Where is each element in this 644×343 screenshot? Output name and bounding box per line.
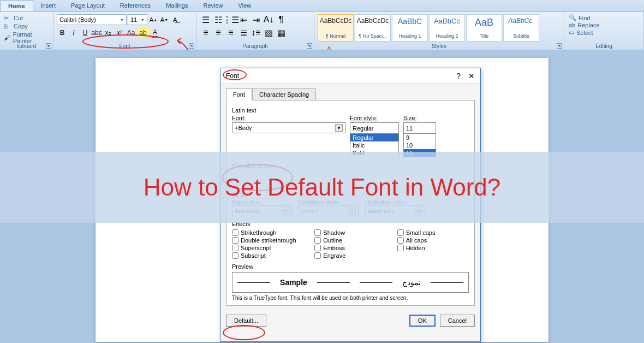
style-item-4[interactable]: AaBTitle [466,14,502,42]
effects-section: Effects StrikethroughShadowSmall capsDou… [232,221,469,259]
ok-button[interactable]: OK [409,315,436,327]
editing-group: 🔍 Find ab Replace ▭ Select Editing [564,12,644,50]
styles-group: AaBbCcDc¶ NormalAaBbCcDc¶ No Spaci...AaB… [314,12,564,50]
effect-hidden[interactable]: Hidden [397,245,469,251]
brush-icon: 🖌 [4,34,11,41]
grow-font-button[interactable]: A▲ [148,14,158,25]
cut-button[interactable]: ✂ Cut [2,14,51,22]
find-button[interactable]: 🔍 Find [569,14,639,21]
strike-button[interactable]: abc [91,27,102,38]
style-item-3[interactable]: AaBbCcHeading 2 [429,14,465,42]
copy-button[interactable]: ⎘ Copy [2,22,51,30]
tab-review[interactable]: Review [195,0,230,11]
clear-formatting-button[interactable]: A͟ [170,14,180,25]
align-center-button[interactable]: ≡ [212,27,224,38]
style-item-5[interactable]: AaBbCc.Subtitle [503,14,539,42]
clipboard-group: ✂ Cut ⎘ Copy 🖌 Format Painter lipboard ⬊ [0,12,53,50]
style-combo[interactable]: Regular [350,122,399,133]
dialog-titlebar: Font ? ✕ [220,68,480,84]
effect-engrave[interactable]: Engrave [314,252,386,259]
help-button[interactable]: ? [456,72,461,80]
decrease-indent-button[interactable]: ⇤ [237,14,249,25]
multilevel-button[interactable]: ⋮☰ [225,14,237,25]
highlight-button[interactable]: ab [137,27,149,38]
preview-label: Preview [232,263,469,270]
close-button[interactable]: ✕ [468,72,475,80]
font-group: Calibri (Body) ▼ 11 ▼ A▲ A▼ A͟ B I U abc… [53,12,196,50]
bold-button[interactable]: B [57,27,68,38]
style-item-0[interactable]: AaBbCcDc¶ Normal [318,14,354,42]
effect-superscript[interactable]: Superscript [232,245,303,251]
find-icon: 🔍 [569,14,576,21]
tab-home[interactable]: Home [0,0,33,11]
ribbon-tabs: Home Insert Page Layout References Maili… [0,0,644,12]
tab-references[interactable]: References [112,0,158,11]
paragraph-group-label: Paragraph [196,43,314,49]
effect-double-strikethrough[interactable]: Double strikethrough [232,237,303,244]
line-spacing-button[interactable]: ↕≡ [250,27,262,38]
preview-line [317,282,350,283]
find-label: Find [579,15,590,21]
bullets-button[interactable]: ☰ [200,14,212,25]
increase-indent-button[interactable]: ⇥ [250,14,262,25]
replace-button[interactable]: ab Replace [569,22,639,28]
styles-launcher[interactable]: ⬊ [557,43,562,49]
justify-button[interactable]: ≣ [237,27,249,38]
size-option-9[interactable]: 9 [404,134,436,141]
styles-group-label: Styles [314,43,564,49]
effect-subscript[interactable]: Subscript [232,252,303,259]
editing-group-label: Editing [564,43,643,49]
copy-icon: ⎘ [4,23,11,29]
effect-strikethrough[interactable]: Strikethrough [232,229,303,236]
align-right-button[interactable]: ≡ [225,27,237,38]
clipboard-launcher[interactable]: ⬊ [46,43,51,49]
font-size-combo[interactable]: 11 ▼ [128,14,147,25]
effect-outline[interactable]: Outline [314,237,386,244]
paragraph-group: ☰ ☷ ⋮☰ ⇤ ⇥ A↓ ¶ ≡ ≡ ≡ ≣ ↕≡ ▧ ▦ Paragraph… [196,12,314,50]
italic-button[interactable]: I [68,27,79,38]
superscript-button[interactable]: x² [114,27,125,38]
effect-small-caps[interactable]: Small caps [397,229,469,236]
preview-box: Sample نموذج [232,272,469,293]
font-field-label: Font: [232,115,345,121]
font-name-combo[interactable]: Calibri (Body) ▼ [57,14,127,25]
shading-button[interactable]: ▧ [263,27,275,38]
effect-emboss[interactable]: Emboss [314,245,386,251]
font-group-label: Font [53,43,196,49]
tab-view[interactable]: View [231,0,259,11]
size-combo[interactable]: 11 [403,122,436,133]
font-combo[interactable]: +Body ▼ [232,122,345,133]
font-name-value: Calibri (Body) [59,16,96,23]
preview-note: This is a TrueType font. This font will … [232,295,469,301]
tab-page-layout[interactable]: Page Layout [63,0,112,11]
font-launcher[interactable]: ⬊ [189,43,194,49]
tab-insert[interactable]: Insert [33,0,64,11]
underline-button[interactable]: U [80,27,91,38]
dialog-tab-font[interactable]: Font [226,88,252,100]
size-option-10[interactable]: 10 [404,141,436,149]
tab-mailings[interactable]: Mailings [158,0,195,11]
preview-sample-rtl: نموذج [402,278,421,287]
change-case-button[interactable]: Aa [126,27,136,38]
shrink-font-button[interactable]: A▼ [159,14,169,25]
cancel-button[interactable]: Cancel [440,315,475,327]
effect-shadow[interactable]: Shadow [314,229,386,236]
borders-button[interactable]: ▦ [275,27,287,38]
align-left-button[interactable]: ≡ [200,27,212,38]
select-button[interactable]: ▭ Select [569,29,639,36]
font-color-button[interactable]: A [150,27,160,38]
chevron-down-icon: ▼ [335,124,343,132]
preview-line [237,282,270,283]
style-item-2[interactable]: AaBbCHeading 1 [392,14,428,42]
format-painter-label: Format Painter [13,31,49,44]
effect-all-caps[interactable]: All caps [397,237,469,244]
style-item-1[interactable]: AaBbCcDc¶ No Spaci... [355,14,391,42]
dialog-tab-character-spacing[interactable]: Character Spacing [252,88,316,100]
show-marks-button[interactable]: ¶ [275,14,287,25]
paragraph-launcher[interactable]: ⬊ [307,43,312,49]
default-button[interactable]: Default... [226,315,266,327]
sort-button[interactable]: A↓ [263,14,275,25]
style-option-regular[interactable]: Regular [350,134,398,141]
style-option-italic[interactable]: Italic [350,141,398,149]
subscript-button[interactable]: x₂ [103,27,114,38]
